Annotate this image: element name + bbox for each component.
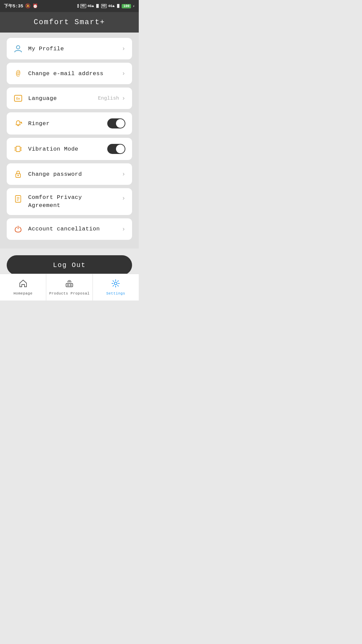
- battery-icon: 100: [122, 4, 131, 8]
- app-title: Comfort Smart+: [34, 18, 105, 26]
- power-icon: [13, 224, 23, 234]
- app-header: Comfort Smart+: [0, 12, 139, 33]
- status-bar: 下午5:35 🔕 ⏰ ₿ HD 4G▲ ▐▌ HD 4G▲ ▐▌ 100 ⚡: [0, 0, 139, 12]
- vibration-toggle[interactable]: [107, 144, 125, 154]
- language-label: Language: [28, 95, 57, 102]
- status-left: 下午5:35 🔕 ⏰: [4, 3, 38, 9]
- privacy-chevron: ›: [122, 195, 125, 202]
- ringer-toggle-knob: [116, 119, 125, 128]
- svg-point-17: [67, 284, 69, 286]
- signal-bars-2: ▐▌: [116, 4, 120, 8]
- doc-icon: [13, 194, 23, 204]
- my-profile-label: My Profile: [28, 46, 64, 52]
- menu-item-change-email[interactable]: @ Change e-mail address ›: [7, 63, 132, 84]
- my-profile-chevron: ›: [122, 45, 125, 52]
- status-alarm-icon: ⏰: [33, 3, 38, 9]
- homepage-nav-label: Homepage: [13, 291, 33, 296]
- menu-item-my-profile[interactable]: My Profile ›: [7, 38, 132, 59]
- vibration-toggle-knob: [116, 145, 125, 153]
- signal-bars-1: ▐▌: [95, 4, 100, 8]
- status-mute-icon: 🔕: [25, 3, 31, 9]
- hd-badge-2: HD: [101, 4, 107, 8]
- ringer-toggle[interactable]: [107, 118, 125, 128]
- menu-item-ringer[interactable]: Ringer: [7, 112, 132, 135]
- svg-point-19: [114, 282, 117, 285]
- svg-point-11: [17, 175, 19, 176]
- ringer-icon: [13, 119, 23, 128]
- change-email-label: Change e-mail address: [28, 70, 104, 77]
- signal-4g-1: 4G▲: [87, 4, 94, 8]
- svg-point-18: [70, 284, 71, 286]
- bottom-nav: Homepage Products Proposal Settings: [0, 274, 139, 301]
- hd-badge-1: HD: [80, 4, 86, 8]
- settings-icon: [111, 279, 120, 290]
- ringer-label: Ringer: [28, 120, 50, 127]
- change-email-chevron: ›: [122, 70, 125, 77]
- products-proposal-nav-label: Products Proposal: [49, 291, 90, 296]
- status-right: ₿ HD 4G▲ ▐▌ HD 4G▲ ▐▌ 100 ⚡: [77, 4, 135, 8]
- menu-item-change-password[interactable]: Change password ›: [7, 163, 132, 185]
- main-content: My Profile › @ Change e-mail address › E…: [0, 33, 139, 249]
- email-icon: @: [13, 69, 23, 78]
- router-icon: [65, 279, 74, 290]
- lock-icon: [13, 169, 23, 179]
- svg-rect-3: [16, 146, 20, 152]
- nav-settings[interactable]: Settings: [93, 274, 139, 301]
- account-cancellation-label: Account cancellation: [28, 226, 100, 232]
- vibration-icon: [13, 144, 23, 154]
- signal-4g-2: 4G▲: [108, 4, 115, 8]
- svg-point-0: [16, 46, 20, 49]
- change-password-label: Change password: [28, 171, 82, 177]
- language-chevron: ›: [122, 95, 125, 102]
- change-password-chevron: ›: [122, 171, 125, 177]
- svg-text:En: En: [16, 97, 20, 100]
- logout-button[interactable]: Log Out: [7, 255, 132, 275]
- language-icon: En: [13, 94, 23, 103]
- status-time: 下午5:35: [4, 3, 23, 9]
- menu-item-vibration[interactable]: Vibration Mode: [7, 138, 132, 160]
- menu-item-account-cancellation[interactable]: Account cancellation ›: [7, 218, 132, 240]
- vibration-label: Vibration Mode: [28, 146, 78, 152]
- svg-rect-16: [66, 283, 73, 287]
- language-value: English: [98, 96, 119, 101]
- privacy-label: Comfort PrivacyAgreement: [28, 194, 82, 210]
- bluetooth-icon: ₿: [77, 4, 79, 8]
- profile-icon: [13, 44, 23, 53]
- menu-item-privacy[interactable]: Comfort PrivacyAgreement ›: [7, 188, 132, 215]
- menu-item-language[interactable]: En Language English ›: [7, 88, 132, 109]
- nav-products-proposal[interactable]: Products Proposal: [46, 274, 93, 301]
- home-icon: [19, 279, 27, 290]
- account-cancellation-chevron: ›: [122, 226, 125, 232]
- battery-bolt: ⚡: [132, 4, 135, 8]
- nav-homepage[interactable]: Homepage: [0, 274, 46, 301]
- settings-nav-label: Settings: [106, 291, 125, 296]
